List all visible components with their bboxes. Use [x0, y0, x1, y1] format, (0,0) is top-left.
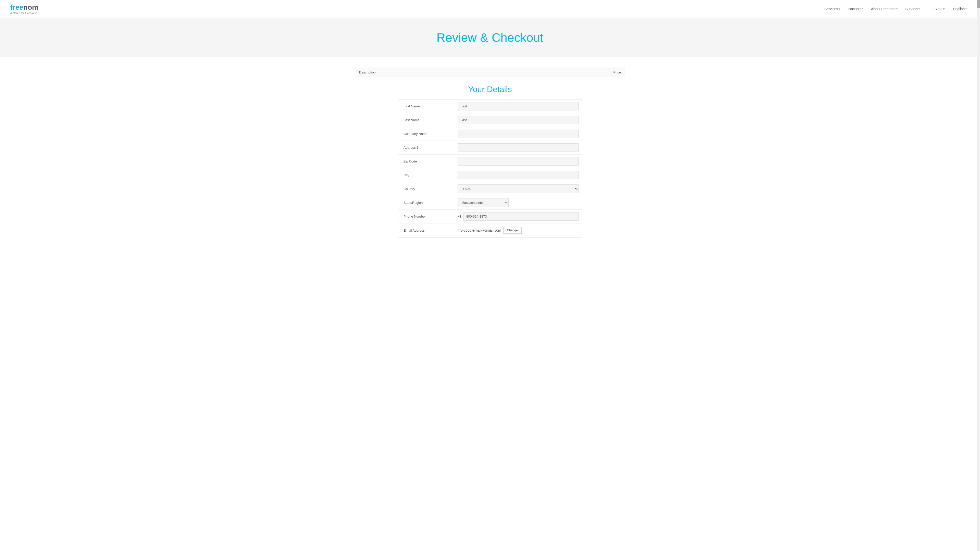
about-chevron-icon: ▾ — [896, 7, 897, 10]
hero-banner: Review & Checkout — [0, 18, 980, 57]
email-value: my-good-email@gmail.com — [458, 228, 501, 232]
zip-code-row: Zip Code — [398, 155, 582, 168]
scrollbar-thumb[interactable] — [977, 0, 980, 8]
col-price-header: Price — [590, 70, 621, 74]
nav-language-label: English — [953, 7, 965, 11]
zip-code-input[interactable] — [458, 157, 579, 165]
phone-row: Phone Number +1 — [398, 210, 582, 224]
email-inner: my-good-email@gmail.com Change — [458, 227, 579, 233]
state-row: State/Region Massachusetts California Ne… — [398, 196, 582, 210]
country-row: Country U.S.A. United Kingdom Canada — [398, 182, 582, 196]
zip-code-label: Zip Code — [398, 156, 455, 166]
logo-free: free — [10, 3, 23, 11]
zip-code-field — [455, 155, 582, 168]
country-label: Country — [398, 184, 455, 194]
company-name-input[interactable] — [458, 130, 579, 138]
main-content: Description Price Your Details First Nam… — [350, 68, 630, 238]
last-name-field — [455, 114, 582, 126]
phone-inner: +1 — [458, 212, 579, 221]
nav-about[interactable]: About Freenom ▾ — [868, 5, 901, 13]
details-form: First Name Last Name Company Name Addres… — [398, 99, 582, 238]
logo-nom: nom — [23, 3, 38, 11]
nav-services-label: Services — [824, 7, 838, 11]
last-name-row: Last Name — [398, 113, 582, 127]
city-field — [455, 169, 582, 181]
phone-prefix: +1 — [458, 214, 461, 218]
country-field: U.S.A. United Kingdom Canada — [455, 183, 582, 195]
address1-input[interactable] — [458, 143, 579, 152]
your-details-title: Your Details — [355, 85, 625, 94]
city-row: City — [398, 168, 582, 182]
nav-support-label: Support — [905, 7, 918, 11]
nav-items: Services ▾ Partners ▾ About Freenom ▾ Su… — [821, 5, 970, 13]
company-name-field — [455, 127, 582, 140]
email-row: Email Address my-good-email@gmail.com Ch… — [398, 224, 582, 237]
state-select[interactable]: Massachusetts California New York — [458, 198, 509, 207]
nav-divider — [927, 5, 927, 13]
state-field: Massachusetts California New York — [455, 196, 582, 209]
address1-field — [455, 141, 582, 154]
nav-language[interactable]: English ▾ — [950, 5, 970, 13]
signin-link[interactable]: Sign in — [931, 5, 948, 13]
company-name-row: Company Name — [398, 127, 582, 141]
phone-input[interactable] — [463, 212, 579, 221]
change-email-button[interactable]: Change — [503, 227, 522, 233]
phone-field: +1 — [455, 210, 582, 223]
scrollbar-track[interactable] — [977, 0, 980, 248]
logo-tagline: A Name for Everyone — [10, 11, 38, 14]
first-name-field — [455, 100, 582, 113]
logo[interactable]: free nom A Name for Everyone — [10, 3, 38, 14]
partners-chevron-icon: ▾ — [862, 7, 863, 10]
address1-label: Address 1 — [398, 143, 455, 152]
nav-about-label: About Freenom — [871, 7, 896, 11]
email-label: Email Address — [398, 225, 455, 235]
navbar: free nom A Name for Everyone Services ▾ … — [0, 0, 980, 18]
first-name-label: First Name — [398, 101, 455, 111]
state-label: State/Region — [398, 198, 455, 208]
city-input[interactable] — [458, 171, 579, 179]
phone-label: Phone Number — [398, 211, 455, 221]
nav-services[interactable]: Services ▾ — [821, 5, 843, 13]
page-title: Review & Checkout — [5, 30, 975, 44]
table-header: Description Price — [355, 68, 625, 77]
nav-partners-label: Partners — [848, 7, 861, 11]
company-name-label: Company Name — [398, 129, 455, 139]
last-name-label: Last Name — [398, 115, 455, 125]
address1-row: Address 1 — [398, 141, 582, 155]
nav-support[interactable]: Support ▾ — [902, 5, 923, 13]
first-name-input[interactable] — [458, 102, 579, 110]
email-field: my-good-email@gmail.com Change — [455, 225, 582, 236]
last-name-input[interactable] — [458, 116, 579, 124]
nav-partners[interactable]: Partners ▾ — [845, 5, 866, 13]
language-chevron-icon: ▾ — [966, 7, 967, 10]
col-description-header: Description — [359, 70, 590, 74]
services-chevron-icon: ▾ — [839, 7, 840, 10]
first-name-row: First Name — [398, 100, 582, 113]
country-select[interactable]: U.S.A. United Kingdom Canada — [458, 184, 579, 193]
support-chevron-icon: ▾ — [918, 7, 920, 10]
city-label: City — [398, 170, 455, 180]
